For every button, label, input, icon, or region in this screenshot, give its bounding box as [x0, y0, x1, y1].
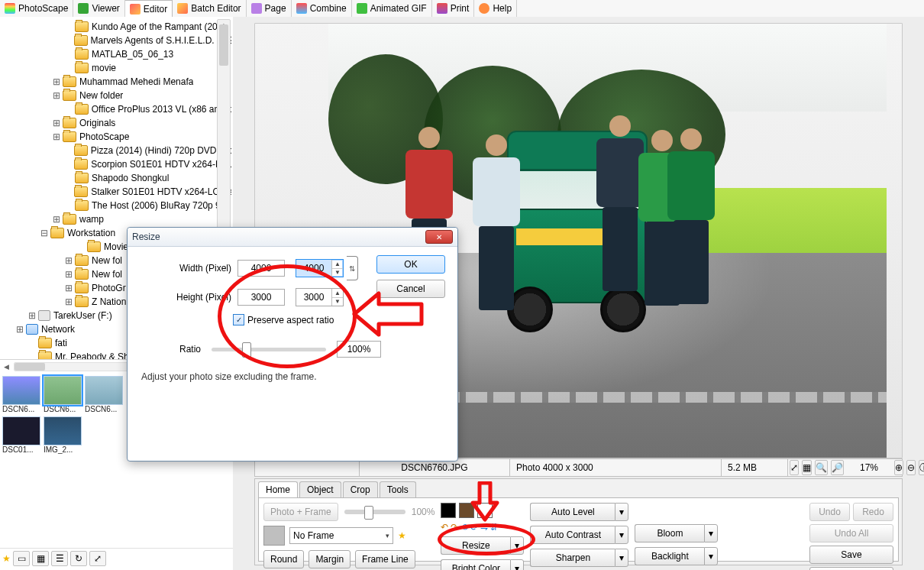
- auto-contrast-button[interactable]: Auto Contrast: [530, 526, 615, 544]
- tree-row[interactable]: ⊞Originals: [2, 116, 231, 130]
- tree-row[interactable]: Pizza (2014) (Hindi) 720p DVD Rip: [2, 144, 231, 157]
- photo-frame-button[interactable]: Photo + Frame: [263, 503, 338, 521]
- tree-row[interactable]: Marvels Agents of S.H.I.E.L.D. S02: [2, 34, 231, 47]
- auto-level-button[interactable]: Auto Level: [530, 503, 615, 521]
- bright-color-dd[interactable]: ▾: [510, 559, 524, 570]
- tree-row[interactable]: movie: [2, 61, 231, 75]
- width-input[interactable]: [296, 260, 331, 277]
- tab-photoscape[interactable]: PhotoScape: [0, 0, 73, 17]
- rotate-ccw-icon[interactable]: ⟲: [460, 523, 468, 532]
- sharpen-dd[interactable]: ▾: [615, 549, 628, 567]
- tab-editor[interactable]: Editor: [125, 0, 173, 17]
- tree-row[interactable]: ⊞wamp: [2, 212, 231, 226]
- thumb-action-4[interactable]: ↻: [70, 551, 87, 566]
- tab-viewer[interactable]: Viewer: [73, 0, 124, 17]
- zoom-minus-icon[interactable]: ⊖: [906, 460, 916, 475]
- undo-all-button[interactable]: Undo All: [809, 524, 893, 542]
- thumb-action-1[interactable]: ▭: [13, 551, 30, 566]
- auto-level-dd[interactable]: ▾: [615, 503, 628, 521]
- thumb-action-3[interactable]: ☰: [51, 551, 68, 566]
- backlight-dd[interactable]: ▾: [704, 547, 718, 565]
- sharpen-button[interactable]: Sharpen: [530, 549, 615, 567]
- preserve-aspect-checkbox[interactable]: ✓ Preserve aspect ratio: [233, 314, 334, 325]
- zoom-plus-icon[interactable]: ⊕: [894, 460, 903, 475]
- height-input[interactable]: [296, 289, 331, 306]
- swatch-white[interactable]: [477, 503, 493, 518]
- flip-h-icon[interactable]: ⇋: [480, 523, 488, 532]
- tree-expander-icon[interactable]: ⊟: [38, 228, 50, 238]
- zoom-in-icon[interactable]: 🔍: [815, 460, 828, 475]
- tree-expander-icon[interactable]: ⊞: [63, 283, 75, 293]
- close-button[interactable]: ✕: [425, 230, 453, 244]
- redo-button[interactable]: Redo: [853, 503, 893, 521]
- undo-button[interactable]: Undo: [809, 503, 850, 521]
- width-spinner[interactable]: ▲▼: [296, 259, 344, 277]
- swatch-brown[interactable]: [459, 503, 474, 518]
- ok-button[interactable]: OK: [376, 255, 445, 274]
- zoom-out-icon[interactable]: 🔎: [831, 460, 844, 475]
- spin-up-icon[interactable]: ▲: [332, 289, 343, 298]
- spin-down-icon[interactable]: ▼: [332, 269, 343, 277]
- tab-animated-gif[interactable]: Animated GIF: [352, 0, 432, 17]
- tree-expander-icon[interactable]: ⊞: [50, 90, 63, 101]
- info-icon[interactable]: ⓘ: [919, 460, 924, 475]
- cancel-button[interactable]: Cancel: [376, 280, 445, 298]
- tab-combine[interactable]: Combine: [292, 0, 352, 17]
- margin-button[interactable]: Margin: [309, 550, 351, 568]
- tree-expander-icon[interactable]: ⊞: [14, 324, 26, 335]
- bright-color-button[interactable]: Bright,Color: [441, 559, 510, 570]
- thumb-action-5[interactable]: ⤢: [89, 551, 106, 566]
- thumb-action-2[interactable]: ▦: [32, 551, 49, 566]
- tree-expander-icon[interactable]: ⊞: [63, 296, 75, 307]
- tree-expander-icon[interactable]: ⊞: [50, 118, 63, 128]
- thumbnail[interactable]: DSCN6...: [2, 376, 42, 413]
- tab-help[interactable]: Help: [474, 0, 517, 17]
- tree-expander-icon[interactable]: ⊞: [63, 255, 75, 266]
- link-aspect-icon[interactable]: ⇅: [347, 256, 358, 280]
- tree-row[interactable]: MATLAB_05_06_13: [2, 47, 231, 61]
- height-spinner[interactable]: ▲▼: [296, 288, 344, 306]
- rotate-right-icon[interactable]: ↷: [451, 523, 458, 532]
- tree-row[interactable]: Scorpion S01E01 HDTV x264-LOL: [2, 157, 231, 171]
- tree-expander-icon[interactable]: ⊞: [26, 310, 38, 321]
- round-button[interactable]: Round: [263, 550, 304, 568]
- spin-down-icon[interactable]: ▼: [332, 298, 343, 306]
- tab-crop[interactable]: Crop: [343, 481, 378, 497]
- tree-row[interactable]: ⊞New folder: [2, 89, 231, 102]
- save-button[interactable]: Save: [809, 546, 893, 564]
- bloom-dd[interactable]: ▾: [704, 524, 718, 542]
- resize-dd[interactable]: ▾: [510, 536, 524, 555]
- tab-page[interactable]: Page: [247, 0, 292, 17]
- tree-row[interactable]: ⊞Muhammad Mehedi Menafa: [2, 75, 231, 89]
- backlight-button[interactable]: Backlight: [635, 547, 704, 565]
- thumbnail[interactable]: DSC01...: [2, 416, 42, 454]
- tab-print[interactable]: Print: [432, 0, 475, 17]
- tree-row[interactable]: Shapodo Shongkul: [2, 171, 231, 185]
- tree-expander-icon[interactable]: ⊞: [63, 269, 75, 280]
- tree-expander-icon[interactable]: ⊞: [50, 214, 63, 225]
- scroll-thumb[interactable]: [219, 24, 228, 66]
- thumbnail[interactable]: DSCN6...: [85, 376, 124, 413]
- rotate-cw-icon[interactable]: ⟳: [470, 523, 478, 532]
- tree-row[interactable]: The Host (2006) BluRay 720p 900: [2, 199, 231, 212]
- rotate-left-icon[interactable]: ↶: [441, 523, 448, 532]
- hscroll-thumb[interactable]: [15, 363, 45, 371]
- opacity-slider[interactable]: [344, 510, 405, 514]
- swatch-black[interactable]: [441, 503, 456, 518]
- tab-home[interactable]: Home: [258, 481, 298, 497]
- actual-icon[interactable]: ▦: [802, 460, 812, 475]
- scroll-left-icon[interactable]: ◀: [0, 363, 12, 371]
- tree-row[interactable]: Office ProPlus 2013 VL (x86 and x: [2, 102, 231, 116]
- tree-expander-icon[interactable]: ⊞: [50, 131, 63, 142]
- ratio-slider[interactable]: [212, 348, 326, 351]
- auto-contrast-dd[interactable]: ▾: [615, 526, 628, 544]
- frame-line-button[interactable]: Frame Line: [355, 550, 415, 568]
- dialog-titlebar[interactable]: Resize ✕: [128, 228, 457, 247]
- spin-up-icon[interactable]: ▲: [332, 260, 343, 269]
- tab-tools[interactable]: Tools: [380, 481, 416, 497]
- thumbnail[interactable]: IMG_2...: [44, 416, 83, 454]
- flip-v-icon[interactable]: ⇵: [490, 523, 498, 532]
- tab-batch-editor[interactable]: Batch Editor: [173, 0, 246, 17]
- resize-button[interactable]: Resize: [441, 536, 510, 555]
- frame-select[interactable]: No Frame▾: [289, 527, 393, 544]
